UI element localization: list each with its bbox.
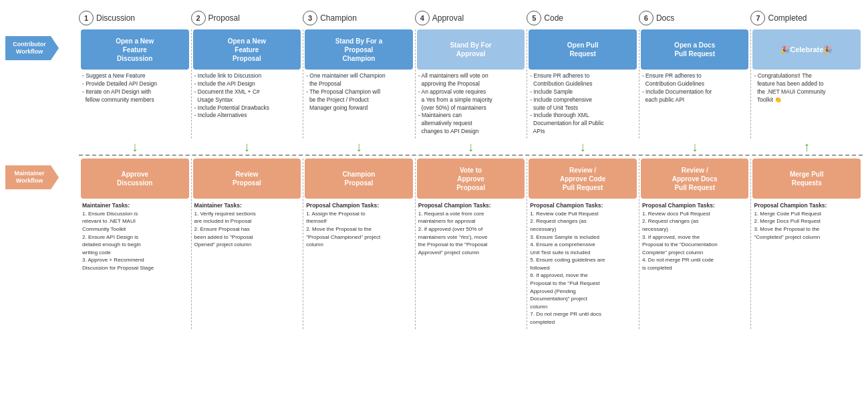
down-arrow-3: ↓ xyxy=(303,138,415,155)
contrib-col-5: Open PullRequest - Ensure PR adheres to … xyxy=(527,29,639,138)
stage-num-4: 4 xyxy=(415,11,430,25)
maint-tasks-5: Proposal Champion Tasks:1. Review code P… xyxy=(529,199,637,329)
down-arrow-1: ↓ xyxy=(79,138,191,155)
contrib-box-3: Stand By For aProposalChampion xyxy=(305,29,413,70)
contrib-col-2: Open a NewFeatureProposal - Include link… xyxy=(191,29,303,138)
stage-label-4: Approval xyxy=(432,13,464,23)
maint-box-4: Vote toApproveProposal xyxy=(417,159,525,199)
stage-num-3: 3 xyxy=(303,11,317,25)
maint-col-4: Vote toApproveProposal Proposal Champion… xyxy=(415,159,527,329)
stage-num-1: 1 xyxy=(79,11,94,25)
stage-num-7: 7 xyxy=(750,11,765,25)
maint-tasks-4: Proposal Champion Tasks:1. Request a vot… xyxy=(417,199,525,259)
down-arrow-7: ↑ xyxy=(750,138,863,155)
contributor-label-area: ContributorWorkflow xyxy=(5,29,79,60)
maint-box-5: Review /Approve CodePull Request xyxy=(529,159,637,199)
maint-tasks-3: Proposal Champion Tasks:1. Assign the Pr… xyxy=(305,199,413,252)
down-arrow-6: ↓ xyxy=(639,138,751,155)
contrib-desc-2: - Include link to Discussion- Include th… xyxy=(193,70,301,122)
contrib-desc-4: - All maintainers will vote on approving… xyxy=(417,70,525,138)
stage-num-2: 2 xyxy=(191,11,206,25)
stage-num-6: 6 xyxy=(639,11,654,25)
stage-header-3: 3 Champion xyxy=(303,11,415,25)
contrib-col-7: 🎉Celebrate🎉 - Congratulations!! The feat… xyxy=(750,29,863,138)
maint-col-2: ReviewProposal Maintainer Tasks:1. Verif… xyxy=(191,159,303,329)
contrib-box-1: Open a NewFeatureDiscussion xyxy=(81,29,189,70)
maint-tasks-7: Proposal Champion Tasks:1. Merge Code Pu… xyxy=(752,199,861,243)
contrib-col-6: Open a DocsPull Request - Ensure PR adhe… xyxy=(639,29,751,138)
stage-header-4: 4 Approval xyxy=(415,11,527,25)
stage-headers: 1 Discussion 2 Proposal 3 Champion 4 App… xyxy=(79,11,863,25)
contrib-box-4: Stand By ForApproval xyxy=(417,29,525,70)
maint-col-5: Review /Approve CodePull Request Proposa… xyxy=(527,159,639,329)
contrib-col-1: Open a NewFeatureDiscussion - Suggest a … xyxy=(79,29,191,138)
contributor-arrow-text: ContributorWorkflow xyxy=(13,41,51,56)
maint-col-3: ChampionProposal Proposal Champion Tasks… xyxy=(303,159,415,329)
maint-box-7: Merge PullRequests xyxy=(752,159,861,199)
stage-label-1: Discussion xyxy=(96,13,135,23)
maint-box-1: ApproveDiscussion xyxy=(81,159,189,199)
horizontal-divider xyxy=(79,155,863,156)
contrib-desc-6: - Ensure PR adheres to Contribution Guid… xyxy=(641,70,749,107)
contrib-col-4: Stand By ForApproval - All maintainers w… xyxy=(415,29,527,138)
contrib-desc-5: - Ensure PR adheres to Contribution Guid… xyxy=(529,70,637,138)
maint-box-3: ChampionProposal xyxy=(305,159,413,199)
contrib-box-6: Open a DocsPull Request xyxy=(641,29,749,70)
stage-header-6: 6 Docs xyxy=(639,11,751,25)
down-arrow-5: ↓ xyxy=(527,138,639,155)
stage-label-7: Completed xyxy=(768,13,807,23)
contrib-desc-7: - Congratulations!! The feature has been… xyxy=(752,70,861,107)
stage-header-2: 2 Proposal xyxy=(191,11,303,25)
contributor-stages: Open a NewFeatureDiscussion - Suggest a … xyxy=(79,29,863,138)
maint-box-2: ReviewProposal xyxy=(193,159,301,199)
down-arrow-2: ↓ xyxy=(191,138,303,155)
contrib-desc-1: - Suggest a New Feature- Provide Detaile… xyxy=(81,70,189,107)
stage-label-5: Code xyxy=(544,13,563,23)
maint-col-7: Merge PullRequests Proposal Champion Tas… xyxy=(750,159,863,329)
main-container: 1 Discussion 2 Proposal 3 Champion 4 App… xyxy=(0,0,868,336)
contributor-workflow-section: ContributorWorkflow Open a NewFeatureDis… xyxy=(5,29,863,138)
stage-label-6: Docs xyxy=(656,13,674,23)
maintainer-arrow: MaintainerWorkflow xyxy=(5,165,59,189)
maintainer-workflow-section: MaintainerWorkflow ApproveDiscussion Mai… xyxy=(5,159,863,329)
down-arrows-row: ↓ ↓ ↓ ↓ ↓ ↓ ↑ xyxy=(79,138,863,155)
maint-tasks-2: Maintainer Tasks:1. Verify required sect… xyxy=(193,199,301,252)
contrib-box-2: Open a NewFeatureProposal xyxy=(193,29,301,70)
stage-header-1: 1 Discussion xyxy=(79,11,191,25)
contrib-box-5: Open PullRequest xyxy=(529,29,637,70)
maintainer-arrow-text: MaintainerWorkflow xyxy=(14,170,49,185)
contributor-arrow: ContributorWorkflow xyxy=(5,36,59,60)
contrib-desc-3: - One maintainer will Champion the Propo… xyxy=(305,70,413,114)
stage-header-5: 5 Code xyxy=(527,11,639,25)
contrib-box-7: 🎉Celebrate🎉 xyxy=(752,29,861,70)
stage-num-5: 5 xyxy=(527,11,541,25)
maintainer-label-area: MaintainerWorkflow xyxy=(5,159,79,189)
maint-col-6: Review /Approve DocsPull Request Proposa… xyxy=(639,159,751,329)
maintainer-stages: ApproveDiscussion Maintainer Tasks:1. En… xyxy=(79,159,863,329)
stage-header-7: 7 Completed xyxy=(750,11,863,25)
contrib-col-3: Stand By For aProposalChampion - One mai… xyxy=(303,29,415,138)
contributor-arrow-body: ContributorWorkflow xyxy=(5,36,59,60)
stage-label-2: Proposal xyxy=(208,13,240,23)
maint-tasks-1: Maintainer Tasks:1. Ensure Discussion is… xyxy=(81,199,189,274)
down-arrow-4: ↓ xyxy=(415,138,527,155)
maintainer-arrow-body: MaintainerWorkflow xyxy=(5,165,59,189)
maint-box-6: Review /Approve DocsPull Request xyxy=(641,159,749,199)
maint-tasks-6: Proposal Champion Tasks:1. Review docs P… xyxy=(641,199,749,274)
stage-label-3: Champion xyxy=(320,13,357,23)
maint-col-1: ApproveDiscussion Maintainer Tasks:1. En… xyxy=(79,159,191,329)
